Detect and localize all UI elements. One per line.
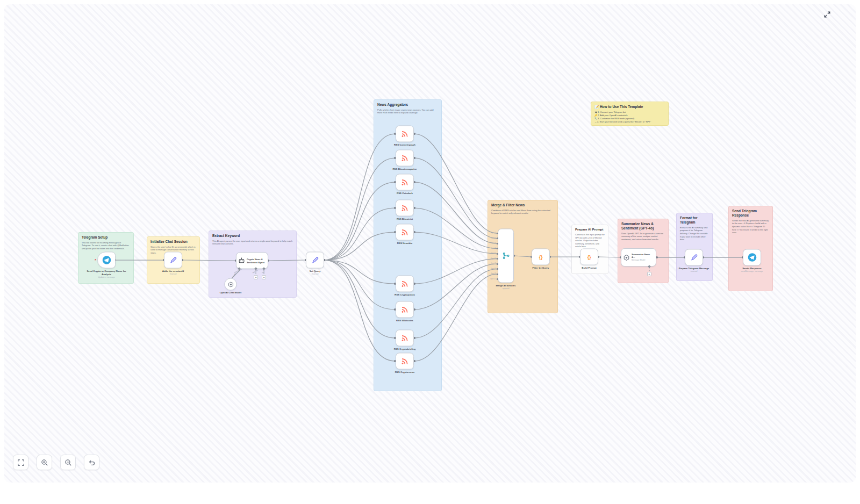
merge-input-label: Input 7 xyxy=(484,263,496,264)
merge-input-label: Input 3 xyxy=(484,242,496,244)
node-sublabel: manual xyxy=(149,273,197,275)
node-label: Build Prompt xyxy=(565,267,613,270)
node-label: OpenAI Chat Model xyxy=(206,291,255,294)
merge-input-label: Input 9 xyxy=(484,273,496,275)
openai-icon xyxy=(227,281,234,287)
merge-input-label: Input 2 xyxy=(484,237,496,239)
rss-icon xyxy=(400,154,409,162)
node-label: Set Query xyxy=(291,270,339,273)
code-braces-icon: { } xyxy=(539,254,542,260)
telegram-icon xyxy=(748,253,757,262)
merge-icon xyxy=(502,252,510,260)
node-sublabel: sendMessage: message xyxy=(728,270,776,272)
rss-icon xyxy=(400,305,409,314)
node-label: RSS Cointelegraph xyxy=(381,143,429,147)
node-label: RSS Cryptobriefing xyxy=(381,348,429,351)
node-sublabel: Updates: message xyxy=(82,276,131,278)
expand-canvas-button[interactable] xyxy=(822,10,832,19)
rss-icon xyxy=(400,228,409,236)
rss-icon xyxy=(400,357,409,365)
node-label: RSS Bitcoinist xyxy=(381,218,429,221)
telegram-icon xyxy=(102,256,111,265)
rss-icon xyxy=(400,204,409,212)
merge-input-label: Input 8 xyxy=(484,268,496,270)
merge-input-port[interactable] xyxy=(497,253,498,255)
workflow-canvas[interactable]: Telegram Setup This bot listens for inco… xyxy=(4,4,856,483)
merge-input-label: Input 6 xyxy=(484,258,496,260)
rss-icon xyxy=(400,279,409,288)
node-inner-label: Crypto News & Sentiment Agent xyxy=(247,258,266,263)
merge-input-label: Input 1 xyxy=(484,232,496,234)
rss-icon xyxy=(400,129,409,138)
node-inner-label: Summarize News &... xyxy=(632,253,654,258)
zoom-in-icon xyxy=(41,459,48,466)
fit-view-icon xyxy=(17,459,25,466)
node-label: Prepare Telegram Message xyxy=(670,267,718,270)
node-label: Filter by Query xyxy=(517,267,565,270)
merge-input-port[interactable] xyxy=(497,237,498,239)
node-label: Adds the sessionId xyxy=(149,270,197,273)
merge-input-port[interactable] xyxy=(497,263,498,265)
add-tool-button[interactable]: + xyxy=(262,275,266,279)
connection-edges xyxy=(4,4,856,483)
add-summarize-tool-button[interactable]: + xyxy=(647,272,651,276)
openai-icon xyxy=(623,254,630,261)
fit-view-button[interactable] xyxy=(13,455,28,470)
pencil-icon xyxy=(169,256,177,264)
merge-input-port[interactable] xyxy=(497,243,498,244)
merge-input-port[interactable] xyxy=(497,248,498,249)
add-memory-button[interactable]: + xyxy=(254,275,258,279)
zoom-in-button[interactable] xyxy=(37,455,52,470)
merge-input-port[interactable] xyxy=(497,278,498,280)
node-label: Sends Response xyxy=(728,267,776,270)
zoom-out-button[interactable] xyxy=(60,455,76,470)
node-label: RSS Crypto.news xyxy=(381,371,429,374)
required-asterisk: * xyxy=(95,258,96,263)
node-label: RSS Cryptopotato xyxy=(381,293,429,297)
merge-input-port[interactable] xyxy=(497,273,498,275)
undo-icon xyxy=(88,459,96,466)
pencil-icon xyxy=(690,254,698,262)
merge-input-label: Input 4 xyxy=(484,248,496,249)
node-label: RSS Bitcoinmagazine xyxy=(381,168,429,171)
expand-diagonal-icon xyxy=(823,11,831,18)
node-label: RSS Newsbtc xyxy=(381,242,429,245)
zoom-out-icon xyxy=(64,459,72,466)
node-label: RSS Coindesk xyxy=(381,192,429,195)
node-sublabel: append xyxy=(482,287,530,290)
merge-input-port[interactable] xyxy=(497,233,498,234)
node-label: Merge All Articles xyxy=(482,284,530,287)
rss-icon xyxy=(400,178,409,186)
merge-input-port[interactable] xyxy=(497,258,498,260)
node-sublabel: manual xyxy=(670,270,718,272)
node-label: RSS 99bitcoins xyxy=(381,319,429,322)
undo-button[interactable] xyxy=(84,455,99,470)
node-sublabel: manual xyxy=(291,273,339,275)
merge-input-port[interactable] xyxy=(497,268,498,270)
code-braces-icon: { } xyxy=(587,254,591,260)
pencil-icon xyxy=(311,256,319,264)
merge-input-label: Input 5 xyxy=(484,253,496,254)
robot-icon xyxy=(238,257,245,264)
node-inner-sublabel: Message Model xyxy=(632,259,654,261)
merge-input-label: Input 10 xyxy=(484,278,496,280)
node-label: Send Crypto or Company Name for Analysis xyxy=(82,270,131,276)
rss-icon xyxy=(400,334,409,342)
